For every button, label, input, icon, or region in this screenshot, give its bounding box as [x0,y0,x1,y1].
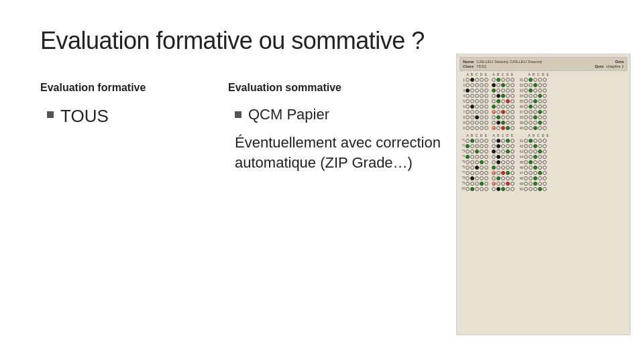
right-bullet-item: QCM Papier [235,106,470,123]
left-bullet-text: TOUS [60,106,109,127]
table-row: *2 42 [460,143,627,148]
table-row: *6 46 [460,165,627,170]
column-headers: A B C D E A B C D E A B C D E [460,72,627,76]
table-row: 4 34 [460,93,627,98]
table-row: *7 47 [460,170,627,175]
slide: Evaluation formative ou sommative ? Eval… [0,0,644,362]
table-row: 0 40 [460,125,627,130]
table-row: 1 31 [460,77,627,82]
table-row: *9 49 [460,181,627,186]
table-row: 10 50 [460,186,627,191]
table-row: 7 37 [460,109,627,114]
table-row: 9 39 [460,120,627,125]
main-title: Evaluation formative ou sommative ? [40,27,617,55]
sheet-header-name: Name CAILLEU Swanny CAILLEU Swanny Date … [460,57,627,71]
right-column-heading: Evaluation sommative [228,82,470,94]
right-bullet-text: QCM Papier [248,106,329,123]
left-bullet-item: TOUS [47,106,215,127]
table-row: *8 48 [460,176,627,180]
student-class: TES2 [476,64,486,68]
table-row: 5 35 [460,99,627,103]
section-2-headers: A B C D E A B C D E A B C D [460,133,627,137]
table-row: 6 36 [460,104,627,109]
table-row: *4 44 [460,154,627,159]
bubble-grid: 1 31 [460,77,627,191]
right-column: Evaluation sommative QCM Papier Éventuel… [228,82,470,172]
table-row: *3 43 [460,149,627,154]
quiz-name: chapitre 1 [606,64,624,68]
answer-sheet-image: Name CAILLEU Swanny CAILLEU Swanny Date … [456,54,631,335]
section-divider [460,131,627,133]
student-name: CAILLEU Swanny CAILLEU Swanny [476,60,542,64]
table-row: *1 41 [460,138,627,143]
answer-sheet: Name CAILLEU Swanny CAILLEU Swanny Date … [457,54,630,335]
table-row: 3 33 [460,88,627,93]
bullet-icon-2 [235,111,241,118]
left-column: Evaluation formative TOUS [40,82,228,127]
bullet-icon [47,111,54,118]
table-row: 8 38 [460,115,627,119]
table-row: *5 45 [460,160,627,164]
right-body-text: Éventuellement avec correction automatiq… [235,133,470,172]
table-row: 2 32 [460,82,627,87]
left-column-heading: Evaluation formative [40,82,215,94]
